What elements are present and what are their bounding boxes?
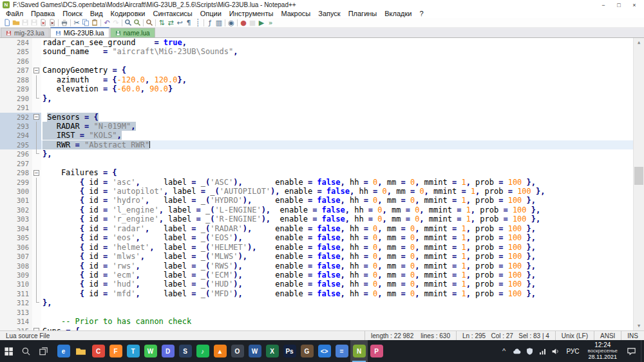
code-text[interactable] xyxy=(41,57,633,66)
code-text[interactable]: { id = 'ecm', label = _('ECM'), enable =… xyxy=(41,271,633,280)
code-text[interactable]: CanopyGeometry = { xyxy=(41,66,633,75)
code-lines[interactable]: 284radar_can_see_ground = true,285sound_… xyxy=(0,38,633,330)
code-line[interactable]: 313 xyxy=(0,308,633,317)
fold-margin[interactable] xyxy=(32,84,41,93)
scroll-down-arrow-icon[interactable]: ▼ xyxy=(634,321,644,330)
menu-item[interactable]: Файл xyxy=(2,10,27,18)
code-line[interactable]: 301 { id = 'hydro', label = _('HYDRO'), … xyxy=(0,196,633,205)
fold-collapse-icon[interactable]: − xyxy=(33,170,39,176)
taskbar-app-microsoft-edge[interactable]: e xyxy=(55,340,72,362)
code-text[interactable]: }, xyxy=(41,149,633,158)
code-text[interactable]: { id = 'radar', label = _('RADAR'), enab… xyxy=(41,224,633,233)
line-number[interactable]: 301 xyxy=(0,196,32,205)
fold-margin[interactable] xyxy=(32,298,41,307)
show-all-characters-button[interactable]: ¶ xyxy=(184,18,193,27)
taskbar-app-notepad-plus-plus[interactable]: N xyxy=(350,340,368,362)
code-line[interactable]: 302 { id = 'l_engine', label = _('L-ENGI… xyxy=(0,205,633,214)
tab-mig-23-lua[interactable]: mig-23.lua xyxy=(1,28,50,37)
code-text[interactable]: { id = 'helmet', label = _('HELMET'), en… xyxy=(41,243,633,252)
code-line[interactable]: 294 IRST = "KOLS", xyxy=(0,131,633,140)
fold-collapse-icon[interactable]: − xyxy=(33,114,39,120)
taskbar-app-file-explorer[interactable] xyxy=(72,340,90,362)
line-number[interactable]: 314 xyxy=(0,317,32,326)
code-line[interactable]: 291 xyxy=(0,103,633,112)
indent-guide-button[interactable]: ┊ xyxy=(193,18,202,27)
line-number[interactable]: 308 xyxy=(0,262,32,271)
code-text[interactable]: sound_name = "aircraft\MiG-23UB\Sounds", xyxy=(41,47,633,56)
code-text[interactable]: { id = 'eos', label = _('EOS'), enable =… xyxy=(41,233,633,242)
taskbar-app-whatsapp[interactable]: W xyxy=(142,340,159,362)
fold-collapse-icon[interactable]: − xyxy=(33,68,39,73)
taskbar-app-obs-studio[interactable]: O xyxy=(229,340,246,362)
menu-item[interactable]: Запуск xyxy=(314,10,344,18)
fold-margin[interactable] xyxy=(32,271,41,280)
fold-margin[interactable] xyxy=(32,252,41,261)
code-line[interactable]: 307 { id = 'mlws', label = _('MLWS'), en… xyxy=(0,252,633,261)
line-number[interactable]: 300 xyxy=(0,187,32,196)
code-line[interactable]: 311 { id = 'mfd', label = _('MFD'), enab… xyxy=(0,289,633,298)
code-text[interactable] xyxy=(41,103,633,112)
taskbar-app-microsoft-excel[interactable]: X xyxy=(263,340,281,362)
action-center-button[interactable] xyxy=(621,340,641,362)
taskbar-app-paint[interactable]: P xyxy=(368,340,385,362)
code-text[interactable]: -- Prior to has cannon check xyxy=(41,317,633,326)
code-text[interactable]: { id = 'mfd', label = _('MFD'), enable =… xyxy=(41,289,633,298)
fold-collapse-icon[interactable]: − xyxy=(33,328,39,330)
line-number[interactable]: 304 xyxy=(0,224,32,233)
search-button[interactable] xyxy=(17,340,35,362)
scroll-up-arrow-icon[interactable]: ▲ xyxy=(634,38,644,47)
security-shield-icon[interactable] xyxy=(523,340,536,362)
monitoring-button[interactable]: ◉ xyxy=(227,18,236,27)
code-line[interactable]: 300 { id = 'autopilot', label = _('AUTOP… xyxy=(0,187,633,196)
taskbar-app-steam[interactable]: S xyxy=(176,340,194,362)
new-file-button[interactable] xyxy=(3,18,12,27)
redo-button[interactable]: ↷ xyxy=(111,18,120,27)
maximize-button[interactable]: □ xyxy=(612,1,626,9)
code-text[interactable]: { id = 'asc', label = _('ASC'), enable =… xyxy=(41,178,633,187)
code-text[interactable]: Sensors = { xyxy=(41,113,633,122)
fold-margin[interactable]: − xyxy=(32,327,41,330)
menu-item[interactable]: Опции xyxy=(196,10,225,18)
code-text[interactable]: { id = 'mlws', label = _('MLWS'), enable… xyxy=(41,252,633,261)
open-file-button[interactable] xyxy=(12,18,21,27)
menu-item[interactable]: Плагины xyxy=(345,10,381,18)
code-line[interactable]: 287−CanopyGeometry = { xyxy=(0,66,633,75)
line-number[interactable]: 312 xyxy=(0,298,32,307)
copy-button[interactable] xyxy=(81,18,90,27)
code-text[interactable] xyxy=(41,159,633,168)
replace-button[interactable] xyxy=(133,18,142,27)
close-all-button[interactable] xyxy=(48,18,57,27)
code-line[interactable]: 297 xyxy=(0,159,633,168)
code-text[interactable] xyxy=(41,308,633,317)
fold-margin[interactable] xyxy=(32,317,41,326)
scrollbar-thumb[interactable] xyxy=(634,167,643,185)
code-line[interactable]: 312}, xyxy=(0,298,633,307)
code-text[interactable]: }, xyxy=(41,94,633,103)
fold-margin[interactable] xyxy=(32,214,41,224)
fold-margin[interactable] xyxy=(32,187,41,196)
menu-item[interactable]: Макросы xyxy=(277,10,314,18)
find-button[interactable] xyxy=(124,18,133,27)
code-line[interactable]: 288 azimuth = {-120.0, 120.0}, xyxy=(0,75,633,84)
close-window-button[interactable]: × xyxy=(627,1,641,9)
code-line[interactable]: 310 { id = 'hud', label = _('HUD'), enab… xyxy=(0,280,633,289)
tab-mig-23ub-lua[interactable]: MiG-23UB.lua xyxy=(50,27,109,37)
code-text[interactable]: { id = 'hydro', label = _('HYDRO'), enab… xyxy=(41,196,633,205)
code-line[interactable]: 289 elevation = {-60.0, 90.0} xyxy=(0,84,633,93)
taskbar-app-google-chrome[interactable]: C xyxy=(90,340,107,362)
code-line[interactable]: 298− Failures = { xyxy=(0,168,633,177)
fold-margin[interactable] xyxy=(32,57,41,66)
onedrive-icon[interactable] xyxy=(510,340,523,362)
code-line[interactable]: 309 { id = 'ecm', label = _('ECM'), enab… xyxy=(0,271,633,280)
code-text[interactable]: { id = 'r_engine', label = _('R-ENGINE')… xyxy=(41,214,633,224)
code-text[interactable]: azimuth = {-120.0, 120.0}, xyxy=(41,75,633,84)
fold-margin[interactable] xyxy=(32,233,41,242)
line-number[interactable]: 292 xyxy=(0,113,32,122)
tab-name-lua[interactable]: name.lua xyxy=(110,28,155,37)
code-text[interactable]: RADAR = "N-019M", xyxy=(41,122,633,131)
line-number[interactable]: 297 xyxy=(0,159,32,168)
code-line[interactable]: 292− Sensors = { xyxy=(0,113,633,122)
minimize-button[interactable]: − xyxy=(596,1,611,9)
fold-margin[interactable] xyxy=(32,280,41,289)
taskbar-app-vlc-player[interactable]: ▲ xyxy=(211,340,229,362)
